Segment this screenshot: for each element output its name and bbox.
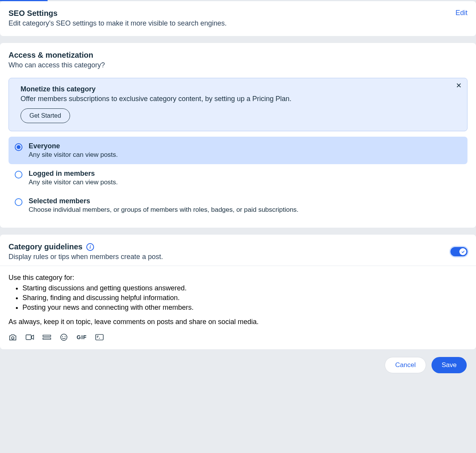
video-icon[interactable]	[26, 334, 34, 341]
guidelines-list: Starting discussions and getting questio…	[22, 283, 467, 312]
list-item: Posting your news and connecting with ot…	[22, 303, 467, 312]
camera-icon[interactable]	[9, 334, 17, 341]
access-title: Access & monetization	[9, 51, 467, 60]
seo-settings-card: SEO Settings Edit category's SEO setting…	[0, 1, 476, 36]
gif-icon[interactable]: GIF	[77, 334, 87, 340]
emoji-icon[interactable]	[60, 334, 68, 341]
radio-option-logged-in[interactable]: Logged in members Any site visitor can v…	[9, 164, 467, 192]
radio-icon[interactable]	[15, 198, 22, 206]
code-block-icon[interactable]	[95, 334, 104, 341]
editor-toolbar: GIF	[9, 334, 467, 341]
svg-point-4	[61, 334, 67, 340]
banner-desc: Offer members subscriptions to exclusive…	[21, 95, 459, 103]
radio-desc: Choose individual members, or groups of …	[29, 206, 298, 214]
radio-icon[interactable]	[15, 171, 22, 178]
list-item: Sharing, finding and discussing helpful …	[22, 293, 467, 303]
seo-edit-link[interactable]: Edit	[455, 9, 467, 17]
guidelines-toggle[interactable]	[450, 247, 467, 256]
access-radio-group: Everyone Any site visitor can view posts…	[0, 137, 476, 228]
radio-icon[interactable]	[15, 143, 22, 151]
access-card: Access & monetization Who can access thi…	[0, 43, 476, 228]
svg-point-5	[62, 336, 63, 337]
radio-option-selected-members[interactable]: Selected members Choose individual membe…	[9, 192, 467, 219]
cancel-button[interactable]: Cancel	[385, 357, 426, 373]
guidelines-card: Category guidelines i Display rules or t…	[0, 235, 476, 349]
radio-desc: Any site visitor can view posts.	[29, 178, 118, 186]
radio-option-everyone[interactable]: Everyone Any site visitor can view posts…	[9, 137, 467, 164]
svg-rect-2	[43, 335, 51, 337]
info-icon[interactable]: i	[86, 243, 94, 251]
toggle-knob	[459, 248, 466, 255]
close-icon[interactable]: ✕	[456, 82, 462, 89]
guidelines-subtitle: Display rules or tips when members creat…	[9, 253, 163, 261]
svg-point-0	[12, 337, 14, 339]
svg-rect-1	[26, 335, 31, 340]
seo-subtitle: Edit category's SEO settings to make it …	[9, 19, 227, 27]
save-button[interactable]: Save	[431, 357, 467, 373]
radio-title: Everyone	[29, 142, 118, 150]
guidelines-editor[interactable]: Use this category for: Starting discussi…	[0, 266, 476, 349]
seo-title: SEO Settings	[9, 9, 227, 18]
footer-actions: Cancel Save	[0, 349, 476, 383]
guidelines-intro: Use this category for:	[9, 274, 467, 282]
access-subtitle: Who can access this category?	[9, 61, 467, 69]
guidelines-title: Category guidelines	[9, 242, 82, 251]
monetize-banner: ✕ Monetize this category Offer members s…	[9, 78, 467, 131]
check-icon	[461, 250, 465, 254]
guidelines-outro: As always, keep it on topic, leave comme…	[9, 318, 467, 326]
get-started-button[interactable]: Get Started	[21, 108, 70, 123]
radio-title: Logged in members	[29, 170, 118, 178]
list-item: Starting discussions and getting questio…	[22, 283, 467, 293]
divider-icon[interactable]	[43, 334, 51, 341]
banner-title: Monetize this category	[21, 85, 459, 93]
svg-rect-3	[43, 338, 51, 340]
radio-desc: Any site visitor can view posts.	[29, 151, 118, 159]
radio-title: Selected members	[29, 197, 298, 205]
svg-point-6	[65, 336, 65, 337]
